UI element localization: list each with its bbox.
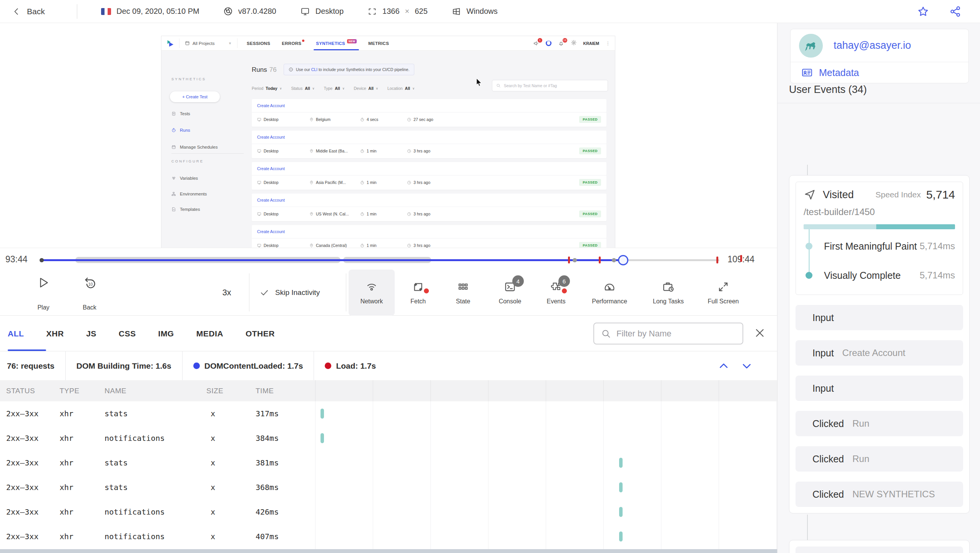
viewport-height: 625 (415, 7, 427, 16)
dom-content-loaded: DOMContentLoaded: 1.7s (183, 351, 314, 380)
speed-index-label: Speed Index (875, 190, 921, 199)
network-request-row[interactable]: 2xx–3xx xhr stats x 317ms (0, 401, 777, 426)
waterfall-bar (619, 507, 623, 517)
event-marker[interactable] (716, 257, 718, 263)
operating-system: Windows (452, 7, 498, 16)
user-events-list: Input Input Create Account (796, 305, 963, 507)
notifications-bell-icon: 13 (558, 40, 564, 46)
request-time: 407ms (256, 524, 279, 549)
run-name-link: Create Account (252, 162, 606, 176)
request-size: x (211, 426, 215, 450)
replayed-app-frame: All Projects ▼ SESSIONS ERRORS SYNTHETIC… (161, 36, 615, 248)
performance-panel-button[interactable]: Performance (586, 270, 633, 316)
net-tab-xhr[interactable]: XHR (46, 329, 64, 338)
fetch-panel-button[interactable]: Fetch (395, 270, 441, 316)
event-marker[interactable] (568, 257, 570, 263)
chevron-down-icon[interactable] (741, 360, 752, 372)
events-group-card: Visited Speed Index 5,714 /test-builder/… (789, 175, 970, 513)
net-tab-other[interactable]: OTHER (246, 329, 275, 338)
visited-url: /test-builder/1450 (804, 207, 955, 217)
net-tab-js[interactable]: JS (86, 329, 96, 338)
user-event-row[interactable]: Input (796, 305, 963, 330)
user-event-row[interactable]: Clicked Run (796, 446, 963, 472)
metadata-button[interactable]: Metadata (791, 62, 968, 83)
chrome-icon (223, 7, 233, 16)
event-action-label: Clicked (812, 418, 844, 429)
back-button[interactable]: Back (0, 7, 77, 16)
visited-event-card[interactable]: Visited Speed Index 5,714 /test-builder/… (796, 182, 963, 295)
favorite-star-icon[interactable] (917, 5, 929, 18)
run-duration: 1 min (360, 180, 407, 185)
speed-toggle[interactable]: 3x (208, 270, 246, 316)
net-tab-css[interactable]: CSS (119, 329, 136, 338)
resolution-separator: × (405, 7, 410, 16)
waterfall-time-label (488, 380, 546, 401)
events-panel-button[interactable]: 6 Events (533, 270, 579, 316)
project-selector-label: All Projects (193, 41, 215, 46)
request-type: xhr (60, 500, 73, 524)
device-type-label: Desktop (316, 7, 344, 16)
waterfall-time-label (603, 380, 661, 401)
sidebar-section-configure: CONFIGURE (171, 159, 204, 163)
cli-link: CLI (311, 67, 317, 72)
close-panel-icon[interactable] (754, 327, 766, 339)
settings-gear-icon (571, 40, 577, 47)
waterfall-bar (619, 482, 623, 492)
viewport-resolution: 1366 × 625 (367, 7, 428, 16)
net-tab-media[interactable]: MEDIA (196, 329, 223, 338)
net-tab-all[interactable]: ALL (8, 329, 24, 338)
event-dot[interactable] (573, 258, 577, 262)
timeline-start-dot (40, 258, 44, 262)
browser-version-label: v87.0.4280 (238, 7, 276, 16)
clock-icon (407, 149, 411, 153)
horizontal-scrollbar[interactable] (0, 549, 777, 553)
network-request-row[interactable]: 2xx–3xx xhr stats x 381ms (0, 450, 777, 475)
filter-dropdown: DeviceAll∨ (354, 86, 378, 91)
play-button[interactable]: Play (22, 276, 65, 311)
sidebar-item-manage-schedules: Manage Schedules (171, 142, 218, 152)
monitor-icon (257, 243, 261, 248)
back-10s-button[interactable]: 10 Back (68, 276, 111, 311)
user-event-row[interactable]: Clicked NEW SYNTHETICS (796, 482, 963, 507)
user-events-panel: tahay@asayer.io Metadata User Events (34… (777, 23, 980, 553)
user-event-row[interactable]: Input Create Account (796, 340, 963, 366)
timeline-playhead[interactable] (618, 255, 628, 265)
network-request-row[interactable]: 2xx–3xx xhr notifications x 407ms (0, 524, 777, 549)
user-email-link[interactable]: tahay@asayer.io (834, 40, 911, 51)
event-marker[interactable] (599, 257, 601, 263)
fetch-alert-dot (424, 288, 429, 293)
request-status: 2xx–3xx (6, 524, 38, 549)
console-panel-button[interactable]: 4 Console (487, 270, 533, 316)
full-screen-button[interactable]: Full Screen (700, 270, 746, 316)
chevron-down-icon: ▼ (228, 41, 232, 45)
network-panel-button[interactable]: Network (349, 270, 395, 316)
run-duration: 1 min (360, 149, 407, 153)
chevron-down-icon: ∨ (376, 87, 378, 90)
user-event-row[interactable]: Clicked Run (796, 411, 963, 436)
monitor-icon (257, 118, 261, 122)
long-tasks-panel-button[interactable]: Long Tasks (645, 270, 691, 316)
sidebar-item-tests: Tests (171, 108, 190, 119)
dcl-marker-dot (193, 363, 200, 369)
waterfall-time-columns (315, 380, 776, 401)
event-dot[interactable] (612, 258, 616, 262)
user-event-row[interactable]: Input (796, 376, 963, 401)
network-request-row[interactable]: 2xx–3xx xhr stats x 368ms (0, 475, 777, 500)
network-request-row[interactable]: 2xx–3xx xhr notifications x 384ms (0, 426, 777, 450)
state-panel-button[interactable]: State (440, 270, 486, 316)
country-flag-icon (101, 8, 111, 15)
share-icon[interactable] (949, 5, 962, 18)
load-time: Load: 1.7s (314, 351, 387, 380)
fetch-icon (412, 281, 424, 293)
net-tab-img[interactable]: IMG (158, 329, 174, 338)
network-request-row[interactable]: 2xx–3xx xhr notifications x 426ms (0, 500, 777, 524)
tab-errors: ERRORS (282, 36, 304, 50)
request-name: notifications (105, 524, 165, 549)
chevron-up-icon[interactable] (718, 360, 729, 372)
skip-inactivity-toggle[interactable]: Skip Inactivity (260, 270, 320, 316)
filter-input[interactable] (616, 329, 732, 339)
col-time: TIME (256, 380, 274, 401)
os-label: Windows (467, 7, 498, 16)
stopwatch-icon (360, 243, 364, 248)
filter-by-name-search[interactable] (593, 323, 743, 344)
